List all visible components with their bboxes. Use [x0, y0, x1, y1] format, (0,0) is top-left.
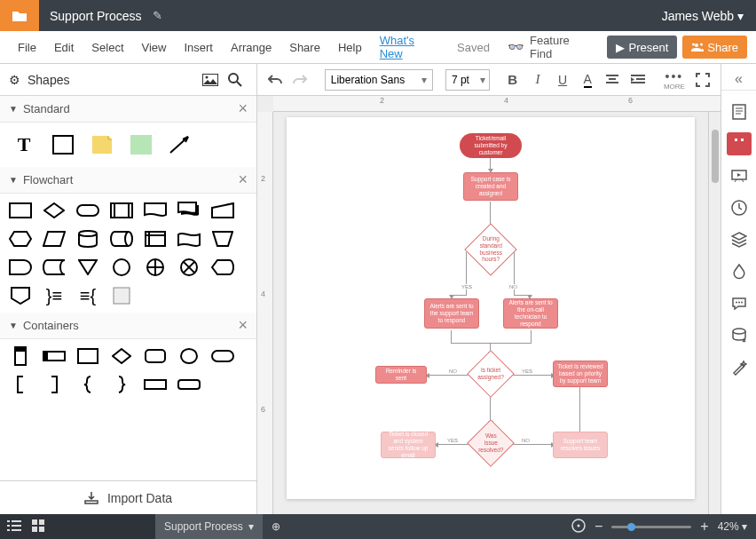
folder-icon[interactable]	[0, 0, 39, 31]
fullscreen-button[interactable]	[692, 68, 713, 91]
node-alert-oncall[interactable]: Alerts are sent to the on-call technicia…	[503, 298, 558, 329]
underline-button[interactable]: U	[552, 68, 573, 91]
ct-bracket-r[interactable]	[43, 375, 66, 394]
fc-note[interactable]	[110, 286, 133, 305]
fc-stored-data[interactable]	[43, 258, 66, 277]
font-select[interactable]: Liberation Sans	[325, 69, 434, 91]
rail-layers-icon[interactable]	[727, 224, 752, 256]
ct-circle[interactable]	[177, 346, 201, 366]
node-reminder[interactable]: Reminder is sent	[375, 366, 427, 384]
rail-data-icon[interactable]	[727, 320, 752, 352]
menu-help[interactable]: Help	[329, 41, 371, 54]
fc-sum[interactable]	[177, 258, 201, 277]
rail-comments-icon[interactable]	[727, 132, 752, 155]
list-view-icon[interactable]	[7, 519, 21, 535]
page[interactable]: YES NO NO YES	[287, 117, 695, 499]
present-button[interactable]: ▶ Present	[607, 36, 677, 59]
fc-brace-right[interactable]: }≡	[43, 286, 66, 305]
node-business-hours[interactable]: During standard business hours?	[464, 223, 516, 275]
ct-rect[interactable]	[76, 346, 99, 366]
whats-new-link[interactable]: What's New	[371, 34, 448, 60]
note-shape[interactable]	[91, 135, 114, 155]
fc-connector[interactable]	[110, 258, 133, 277]
undo-button[interactable]	[264, 68, 286, 91]
fc-direct-data[interactable]	[110, 229, 133, 249]
rail-history-icon[interactable]	[727, 192, 752, 224]
import-data-button[interactable]: Import Data	[0, 480, 256, 514]
section-standard[interactable]: ▼ Standard ×	[0, 96, 256, 123]
user-menu[interactable]: James Webb ▾	[650, 9, 756, 23]
zoom-out-button[interactable]: −	[595, 519, 602, 535]
node-ticket-assigned[interactable]: Is ticket assigned?	[467, 350, 515, 398]
search-icon[interactable]	[223, 67, 248, 92]
scrollbar-thumb[interactable]	[712, 130, 719, 183]
fc-paper-tape[interactable]	[177, 229, 201, 249]
fc-terminator[interactable]	[76, 201, 99, 220]
zoom-in-button[interactable]: +	[700, 519, 708, 535]
fc-predefined[interactable]	[110, 201, 133, 220]
ct-pill[interactable]	[211, 346, 234, 366]
node-team-resolves[interactable]: Support team resolves issues	[553, 432, 608, 458]
feature-find[interactable]: 👓 Feature Find	[499, 34, 602, 60]
node-start[interactable]: Ticket/email submitted by customer	[460, 133, 522, 158]
ct-brace-r[interactable]	[110, 375, 133, 394]
redo-button[interactable]	[289, 68, 311, 91]
menu-arrange[interactable]: Arrange	[222, 41, 280, 54]
ct-rect2[interactable]	[144, 375, 167, 394]
fc-offpage[interactable]	[9, 286, 32, 305]
fc-decision[interactable]	[43, 201, 66, 220]
ct-bracket-l[interactable]	[9, 375, 32, 394]
zoom-slider[interactable]	[611, 526, 691, 528]
close-icon[interactable]: ×	[238, 170, 248, 189]
fc-process[interactable]	[9, 201, 32, 220]
ct-roundrect2[interactable]	[177, 375, 201, 394]
zoom-level[interactable]: 42% ▾	[718, 520, 747, 533]
image-icon[interactable]	[198, 67, 223, 92]
fc-delay[interactable]	[9, 258, 32, 277]
collapse-rail-button[interactable]: «	[721, 67, 756, 91]
ct-brace-l[interactable]	[76, 375, 99, 394]
fc-display[interactable]	[211, 258, 234, 277]
bold-button[interactable]: B	[502, 68, 524, 91]
ct-roundrect[interactable]	[144, 346, 167, 366]
section-containers[interactable]: ▼ Containers ×	[0, 313, 256, 339]
menu-view[interactable]: View	[133, 41, 176, 54]
share-button[interactable]: Share	[682, 36, 747, 59]
menu-insert[interactable]: Insert	[175, 41, 222, 54]
fc-preparation[interactable]	[9, 229, 32, 249]
node-alert-team[interactable]: Alerts are sent to the support team to r…	[424, 298, 479, 329]
menu-select[interactable]: Select	[83, 41, 132, 54]
fc-brace-left[interactable]: ≡{	[76, 286, 99, 305]
rail-page-icon[interactable]	[727, 96, 752, 128]
close-icon[interactable]: ×	[238, 316, 248, 335]
line-shape[interactable]	[169, 135, 192, 155]
vertical-scrollbar[interactable]	[708, 112, 721, 514]
add-page-button[interactable]: ⊕	[263, 520, 289, 533]
fc-document[interactable]	[144, 201, 167, 220]
rail-present-icon[interactable]	[727, 160, 752, 192]
zoom-fit-icon[interactable]	[571, 519, 586, 535]
menu-edit[interactable]: Edit	[45, 41, 83, 54]
menu-share[interactable]: Share	[280, 41, 329, 54]
node-create-case[interactable]: Support case is created and assigned	[463, 172, 518, 201]
ct-swimlane-v[interactable]	[9, 346, 32, 366]
fc-multidoc[interactable]	[177, 201, 201, 220]
indent-button[interactable]	[626, 68, 648, 91]
section-flowchart[interactable]: ▼ Flowchart ×	[0, 167, 256, 194]
more-button[interactable]: ••• MORE	[664, 69, 685, 91]
fc-database[interactable]	[76, 229, 99, 249]
zoom-slider-thumb[interactable]	[627, 523, 635, 531]
grid-view-icon[interactable]	[32, 519, 44, 535]
fc-merge[interactable]	[76, 258, 99, 277]
gear-icon[interactable]: ⚙	[9, 73, 20, 87]
document-title[interactable]: Support Process	[39, 9, 153, 23]
page-tab[interactable]: Support Process ▾	[155, 514, 263, 539]
hotspot-shape[interactable]	[130, 135, 153, 155]
align-button[interactable]	[602, 68, 623, 91]
rail-chat-icon[interactable]	[727, 288, 752, 320]
rail-magic-icon[interactable]	[727, 352, 752, 384]
italic-button[interactable]: I	[527, 68, 548, 91]
font-size-select[interactable]: 7 pt	[445, 69, 490, 91]
node-review[interactable]: Ticket is reviewed based on priority by …	[553, 361, 608, 387]
canvas[interactable]: YES NO NO YES	[273, 112, 708, 514]
